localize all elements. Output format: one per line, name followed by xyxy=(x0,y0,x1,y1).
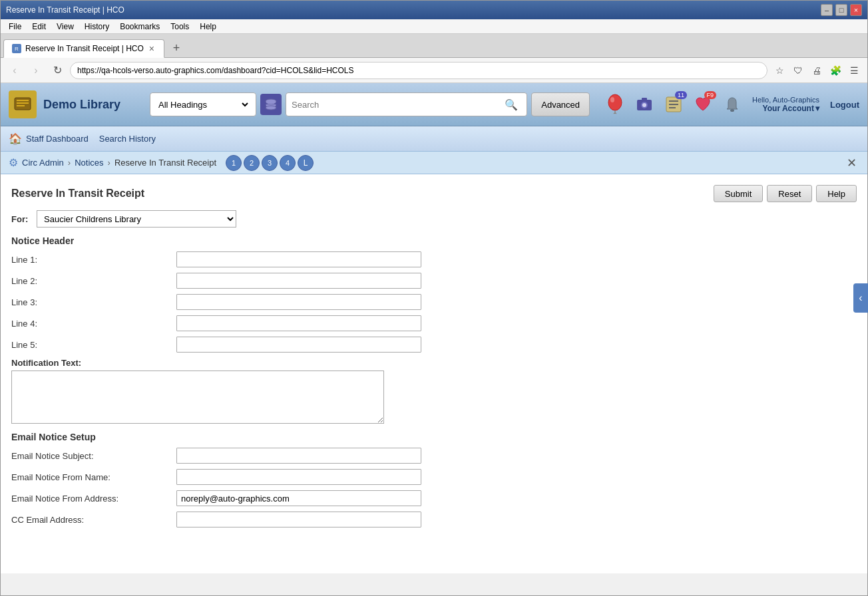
form-title-row: Reserve In Transit Receipt Submit Reset … xyxy=(11,185,857,202)
search-area: All Headings Title Author Subject 🔍 Adva xyxy=(150,92,590,116)
svg-rect-2 xyxy=(17,102,29,104)
user-account-link[interactable]: Your Account ▾ xyxy=(763,104,819,113)
cc-email-label: CC Email Address: xyxy=(11,515,171,525)
advanced-button[interactable]: Advanced xyxy=(531,92,590,116)
line1-input[interactable] xyxy=(176,251,421,267)
for-label: For: xyxy=(11,214,31,224)
bookmark-icon[interactable]: ☆ xyxy=(771,63,787,78)
help-button[interactable]: Help xyxy=(816,185,857,202)
step-4[interactable]: 4 xyxy=(280,155,296,171)
tab-close-button[interactable]: × xyxy=(148,43,156,54)
notification-text-input[interactable] xyxy=(11,371,384,424)
new-tab-button[interactable]: + xyxy=(167,39,186,57)
menu-bar: File Edit View History Bookmarks Tools H… xyxy=(1,19,867,34)
email-from-name-row: Email Notice From Name: xyxy=(11,469,857,485)
print-icon[interactable]: 🖨 xyxy=(809,63,825,78)
scan-icon-button[interactable] xyxy=(632,92,656,116)
breadcrumb-icon: ⚙ xyxy=(9,156,18,169)
email-notice-setup-label: Email Notice Setup xyxy=(11,432,857,442)
line3-label: Line 3: xyxy=(11,297,171,307)
svg-rect-3 xyxy=(17,105,25,106)
email-from-name-input[interactable] xyxy=(176,469,421,485)
breadcrumb-close-button[interactable]: ✕ xyxy=(843,155,859,171)
user-info: Hello, Auto-Graphics Your Account ▾ xyxy=(752,96,819,113)
back-button[interactable]: ‹ xyxy=(6,62,23,79)
maximize-button[interactable]: □ xyxy=(835,4,847,16)
header-icons: 11 F9 Hello, Auto-Graphics Your Account xyxy=(603,92,859,116)
headings-select[interactable]: All Headings Title Author Subject xyxy=(156,99,250,110)
email-subject-input[interactable] xyxy=(176,448,421,464)
email-from-address-input[interactable] xyxy=(176,490,421,506)
headings-dropdown[interactable]: All Headings Title Author Subject xyxy=(150,92,256,116)
logout-button[interactable]: Logout xyxy=(830,100,859,110)
svg-point-11 xyxy=(642,103,646,107)
heart-icon-button[interactable]: F9 xyxy=(691,92,715,116)
for-row: For: Saucier Childrens Library Demo Libr… xyxy=(11,210,857,227)
breadcrumb-current: Reserve In Transit Receipt xyxy=(114,158,216,168)
svg-point-17 xyxy=(730,109,734,112)
line5-input[interactable] xyxy=(176,337,421,353)
active-tab[interactable]: R Reserve In Transit Receipt | HCO × xyxy=(3,39,164,58)
menu-file[interactable]: File xyxy=(3,21,27,33)
svg-rect-12 xyxy=(642,98,647,100)
staff-dashboard-link[interactable]: Staff Dashboard xyxy=(26,134,89,144)
tab-bar: R Reserve In Transit Receipt | HCO × + xyxy=(1,34,867,58)
search-button[interactable]: 🔍 xyxy=(501,94,521,114)
search-input[interactable] xyxy=(292,100,501,110)
tab-favicon: R xyxy=(12,44,21,53)
side-toggle-button[interactable]: ‹ xyxy=(853,283,868,313)
for-select[interactable]: Saucier Childrens Library Demo Library xyxy=(37,210,236,227)
forward-button[interactable]: › xyxy=(27,62,45,79)
email-subject-row: Email Notice Subject: xyxy=(11,448,857,464)
form-buttons: Submit Reset Help xyxy=(714,185,857,202)
menu-icon[interactable]: ☰ xyxy=(846,63,862,78)
bell-icon-button[interactable] xyxy=(720,92,744,116)
home-icon: 🏠 xyxy=(9,132,22,145)
step-1[interactable]: 1 xyxy=(226,155,242,171)
submit-button[interactable]: Submit xyxy=(714,185,763,202)
minimize-button[interactable]: – xyxy=(821,4,833,16)
breadcrumb-bar: ⚙ Circ Admin › Notices › Reserve In Tran… xyxy=(1,152,867,174)
extensions-icon[interactable]: 🧩 xyxy=(827,63,843,78)
menu-view[interactable]: View xyxy=(51,21,79,33)
list-icon-button[interactable]: 11 xyxy=(662,92,686,116)
menu-tools[interactable]: Tools xyxy=(165,21,194,33)
balloon-icon-button[interactable] xyxy=(603,92,627,116)
notification-text-label: Notification Text: xyxy=(11,358,857,368)
address-input[interactable] xyxy=(70,62,767,79)
line2-row: Line 2: xyxy=(11,273,857,289)
reset-button[interactable]: Reset xyxy=(767,185,812,202)
shield-icon[interactable]: 🛡 xyxy=(790,63,806,78)
home-nav-item[interactable]: 🏠 Staff Dashboard xyxy=(9,132,89,145)
cc-email-input[interactable] xyxy=(176,512,421,527)
menu-history[interactable]: History xyxy=(79,21,114,33)
step-l[interactable]: L xyxy=(298,155,314,171)
database-icon[interactable] xyxy=(260,94,282,115)
menu-help[interactable]: Help xyxy=(194,21,222,33)
line3-input[interactable] xyxy=(176,294,421,310)
search-history-nav-item[interactable]: Search History xyxy=(99,134,156,144)
line5-label: Line 5: xyxy=(11,340,171,350)
title-bar: Reserve In Transit Receipt | HCO – □ × xyxy=(1,1,867,19)
menu-edit[interactable]: Edit xyxy=(27,21,51,33)
refresh-button[interactable]: ↻ xyxy=(49,62,66,79)
line4-input[interactable] xyxy=(176,315,421,331)
breadcrumb-notices[interactable]: Notices xyxy=(75,158,103,168)
tab-title: Reserve In Transit Receipt | HCO xyxy=(25,44,144,53)
step-3[interactable]: 3 xyxy=(262,155,278,171)
line4-row: Line 4: xyxy=(11,315,857,331)
list-badge: 11 xyxy=(675,91,687,99)
step-2[interactable]: 2 xyxy=(244,155,260,171)
email-from-name-label: Email Notice From Name: xyxy=(11,472,171,482)
close-window-button[interactable]: × xyxy=(850,4,862,16)
breadcrumb-circ-admin[interactable]: Circ Admin xyxy=(22,158,64,168)
menu-bookmarks[interactable]: Bookmarks xyxy=(114,21,165,33)
breadcrumb-steps: 1 2 3 4 L xyxy=(226,155,314,171)
address-bar: ‹ › ↻ ☆ 🛡 🖨 🧩 ☰ xyxy=(1,58,867,83)
notice-header-label: Notice Header xyxy=(11,235,857,246)
search-history-link[interactable]: Search History xyxy=(99,134,156,144)
email-from-address-label: Email Notice From Address: xyxy=(11,494,171,504)
email-subject-label: Email Notice Subject: xyxy=(11,451,171,461)
line2-input[interactable] xyxy=(176,273,421,289)
address-icon-group: ☆ 🛡 🖨 🧩 ☰ xyxy=(771,63,862,78)
